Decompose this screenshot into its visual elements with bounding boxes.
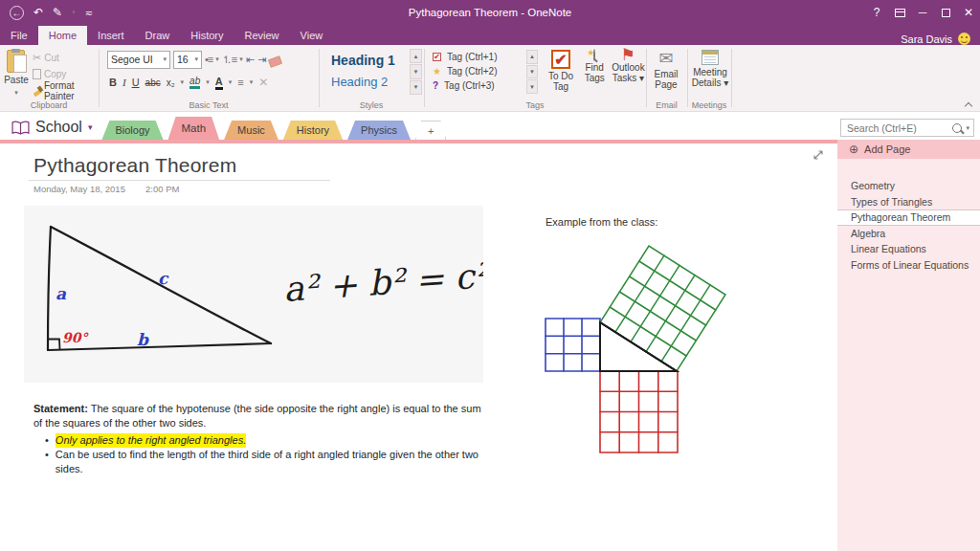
- add-page-icon: ⊕: [849, 143, 858, 156]
- label-side-c: c: [158, 269, 169, 288]
- page-time: 2:00 PM: [145, 184, 179, 194]
- window-title: Pythagorean Theorem - OneNote: [0, 7, 980, 18]
- page-list-item[interactable]: Linear Equations: [837, 241, 980, 257]
- align-dropdown-icon[interactable]: ▾: [250, 78, 254, 86]
- tag1-label: Tag (Ctrl+1): [447, 52, 498, 62]
- clear-button[interactable]: ✕: [258, 76, 268, 89]
- cut-button[interactable]: ✂ Cut: [31, 51, 98, 66]
- clear-formatting-icon[interactable]: [268, 55, 282, 68]
- font-color-dropdown-icon[interactable]: ▾: [229, 78, 233, 86]
- page-list-item[interactable]: Algebra: [837, 226, 980, 242]
- decrease-indent-icon[interactable]: ⇤: [246, 54, 255, 66]
- underline-button[interactable]: U: [132, 77, 140, 88]
- page-date: Monday, May 18, 2015: [33, 184, 125, 194]
- group-label-clipboard: Clipboard: [0, 100, 98, 110]
- page-canvas[interactable]: Pythagorean Theorem Monday, May 18, 2015…: [0, 143, 837, 551]
- copy-label: Copy: [44, 69, 66, 79]
- add-page-button[interactable]: ⊕ Add Page: [837, 140, 980, 159]
- highlight-button[interactable]: ab: [189, 76, 200, 89]
- notebook-switcher[interactable]: School ▾: [0, 119, 101, 140]
- paste-button[interactable]: Paste ▾: [2, 47, 31, 99]
- format-painter-button[interactable]: Format Painter: [31, 82, 98, 99]
- page-list-item[interactable]: Geometry: [837, 178, 980, 194]
- paragraph-align-button[interactable]: ≡: [237, 77, 243, 88]
- find-tags-button[interactable]: ★ Find Tags: [578, 47, 612, 99]
- touch-mode-dropdown-icon[interactable]: ▾: [72, 9, 76, 16]
- bullet-dropdown-icon[interactable]: ▾: [215, 55, 219, 63]
- increase-indent-icon[interactable]: ⇥: [257, 54, 266, 66]
- group-label-styles: Styles: [320, 100, 423, 110]
- new-section-tab[interactable]: +: [415, 121, 446, 140]
- example-caption[interactable]: Example from the class:: [546, 216, 657, 228]
- page-list: GeometryTypes of TrianglesPythagorean Th…: [837, 178, 980, 273]
- minimize-button[interactable]: ─: [911, 0, 934, 25]
- statement-block[interactable]: Statement: The square of the hypotenuse …: [33, 402, 489, 476]
- triangle-ink-drawing[interactable]: a c b 90° a² + b² = c²: [24, 206, 483, 383]
- email-page-button[interactable]: ✉ Email Page: [649, 47, 683, 99]
- tab-home[interactable]: Home: [38, 26, 87, 45]
- bold-button[interactable]: B: [109, 77, 117, 88]
- tag-ctrl2[interactable]: ★ Tag (Ctrl+2): [427, 64, 524, 78]
- help-button[interactable]: ?: [865, 0, 888, 25]
- search-box[interactable]: ▾: [840, 119, 974, 137]
- meeting-details-button[interactable]: Meeting Details ▾: [690, 47, 730, 99]
- subscript-dropdown-icon[interactable]: ▾: [181, 78, 185, 86]
- label-right-angle: 90°: [62, 330, 88, 345]
- page-list-item[interactable]: Forms of Linear Equations: [837, 257, 980, 274]
- search-scope-dropdown-icon[interactable]: ▾: [966, 124, 969, 132]
- bullet-list-icon[interactable]: •≡: [205, 54, 212, 65]
- tab-history[interactable]: History: [180, 26, 234, 45]
- font-size-value: 16: [177, 54, 189, 65]
- style-heading2[interactable]: Heading 2: [325, 71, 408, 93]
- page-list-item[interactable]: Pythagorean Theorem: [837, 209, 980, 226]
- user-account[interactable]: Sara Davis: [901, 33, 980, 45]
- customize-qat-icon[interactable]: ≂: [85, 8, 93, 18]
- tags-more-icon[interactable]: ▼: [526, 79, 539, 94]
- ribbon-display-options-button[interactable]: [888, 0, 911, 25]
- italic-button[interactable]: I: [122, 77, 126, 88]
- outlook-tasks-button[interactable]: ⚑ Outlook Tasks ▾: [612, 47, 645, 99]
- tab-insert[interactable]: Insert: [87, 26, 135, 45]
- touch-mouse-mode-icon[interactable]: ✎: [53, 6, 62, 19]
- squares-proof-drawing[interactable]: [536, 234, 751, 459]
- font-name-select[interactable]: Segoe UI ▾: [107, 51, 170, 69]
- tab-file[interactable]: File: [0, 26, 38, 45]
- tab-view[interactable]: View: [290, 26, 334, 45]
- full-page-view-icon[interactable]: [813, 149, 824, 161]
- close-button[interactable]: ✕: [957, 0, 980, 25]
- tag-ctrl1[interactable]: ✔ Tag (Ctrl+1): [427, 50, 524, 64]
- section-tab-physics[interactable]: Physics: [347, 121, 411, 140]
- group-label-meetings: Meetings: [688, 100, 730, 110]
- maximize-button[interactable]: [934, 0, 957, 25]
- style-heading1[interactable]: Heading 1: [325, 49, 408, 71]
- section-tab-math[interactable]: Math: [168, 117, 220, 140]
- section-tab-music[interactable]: Music: [224, 121, 278, 140]
- strikethrough-button[interactable]: abc: [145, 77, 161, 88]
- font-color-button[interactable]: A: [215, 76, 223, 90]
- styles-scroll-up-icon[interactable]: ▲: [410, 49, 422, 63]
- section-tab-biology[interactable]: Biology: [101, 121, 163, 140]
- styles-scroll-down-icon[interactable]: ▼: [410, 64, 422, 78]
- subscript-button[interactable]: x₂: [167, 77, 175, 88]
- search-icon[interactable]: [952, 123, 962, 133]
- font-size-select[interactable]: 16 ▾: [173, 51, 202, 69]
- search-input[interactable]: [847, 122, 948, 134]
- tab-review[interactable]: Review: [234, 26, 290, 45]
- number-dropdown-icon[interactable]: ▾: [239, 55, 243, 63]
- page-list-item[interactable]: Types of Triangles: [837, 194, 980, 210]
- tags-scroll-up-icon[interactable]: ▲: [526, 50, 539, 64]
- tab-draw[interactable]: Draw: [135, 26, 181, 45]
- section-tab-history[interactable]: History: [283, 121, 343, 140]
- todo-tag-button[interactable]: ✔ To Do Tag: [544, 47, 577, 99]
- styles-more-icon[interactable]: ▼: [410, 80, 422, 95]
- back-icon[interactable]: ←: [10, 6, 24, 20]
- tags-scroll-down-icon[interactable]: ▼: [526, 65, 539, 79]
- page-title[interactable]: Pythagorean Theorem: [33, 154, 236, 177]
- collapse-ribbon-icon[interactable]: [966, 101, 972, 108]
- undo-icon[interactable]: ↶: [33, 6, 43, 19]
- highlight-dropdown-icon[interactable]: ▾: [206, 78, 210, 86]
- numbered-list-icon[interactable]: ⒈≡: [222, 53, 236, 67]
- outlook-tasks-label: Outlook Tasks ▾: [612, 62, 644, 83]
- tag-ctrl3[interactable]: ? Tag (Ctrl+3): [427, 78, 524, 93]
- notebook-icon: [11, 121, 30, 135]
